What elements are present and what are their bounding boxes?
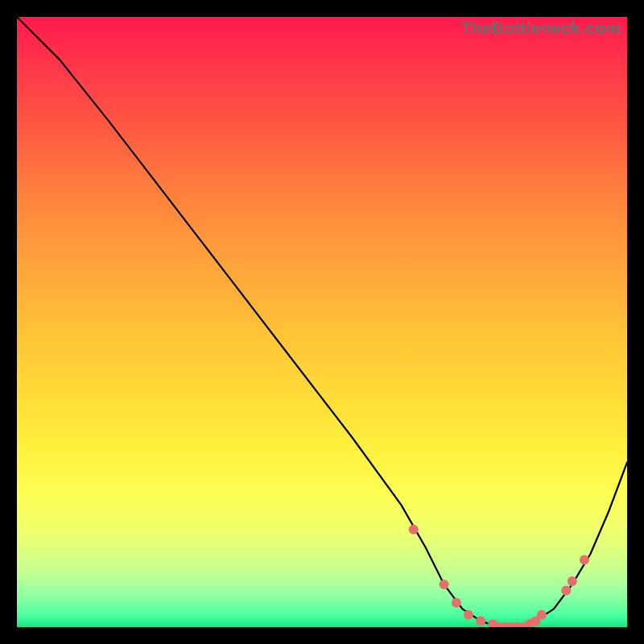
- marker-point: [537, 610, 547, 620]
- chart-area: TheBottleneck.com: [17, 17, 627, 627]
- chart-svg: [17, 17, 627, 627]
- marker-point: [561, 586, 571, 596]
- marker-point: [580, 555, 589, 565]
- marker-point: [440, 580, 449, 589]
- marker-point: [452, 598, 461, 608]
- marker-point: [409, 525, 419, 535]
- bottleneck-curve: [17, 17, 627, 627]
- marker-point: [464, 610, 473, 620]
- marker-group: [409, 525, 589, 627]
- marker-point: [568, 576, 577, 586]
- marker-point: [476, 616, 485, 625]
